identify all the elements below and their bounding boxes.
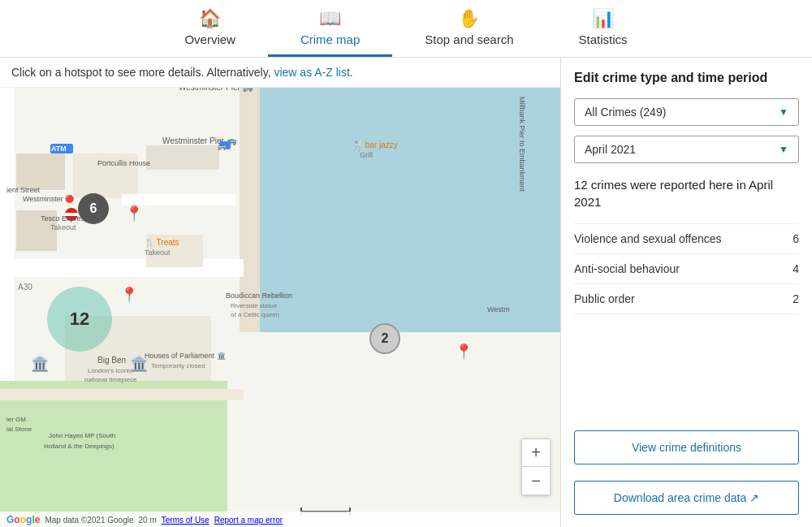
svg-rect-4 [0, 259, 244, 277]
chart-icon: 📊 [592, 8, 614, 29]
hotspot-12[interactable]: 12 [47, 287, 112, 352]
svg-text:John Hayes MP (South: John Hayes MP (South [49, 432, 115, 439]
svg-text:Westm: Westm [487, 305, 510, 313]
crime-type-value: All Crimes (249) [585, 106, 666, 119]
main-nav: 🏠 Overview 📖 Crime map ✋ Stop and search… [0, 0, 812, 58]
hotspot-2[interactable]: 2 [369, 323, 400, 354]
crime-summary: 12 crimes were reported here in April 20… [574, 176, 799, 210]
hotspot-2-count: 2 [382, 331, 389, 346]
view-definitions-button[interactable]: View crime definitions [574, 430, 799, 464]
svg-text:Temporarily closed: Temporarily closed [151, 362, 205, 369]
map-instruction-text: Click on a hotspot to see more details. … [11, 66, 271, 79]
download-data-button[interactable]: Download area crime data ↗ [574, 481, 799, 515]
google-logo: Google [6, 514, 40, 525]
svg-text:ial Stone: ial Stone [6, 425, 32, 433]
svg-text:of a Celtic queen: of a Celtic queen [231, 311, 279, 318]
svg-text:Takeout: Takeout [145, 248, 171, 257]
svg-text:Boudiccan Rebellion: Boudiccan Rebellion [226, 292, 292, 300]
map-container[interactable]: Westminster Pier 🚌 Westminster Pier 🚌 🍴 … [0, 88, 560, 527]
main-content: Click on a hotspot to see more details. … [0, 58, 812, 527]
svg-text:Takeout: Takeout [50, 223, 76, 231]
svg-text:🚌: 🚌 [218, 141, 227, 151]
svg-text:🍴: 🍴 [351, 139, 365, 153]
svg-text:📍: 📍 [455, 343, 473, 361]
home-icon: 🏠 [199, 8, 221, 29]
nav-statistics-label: Statistics [579, 32, 628, 46]
crime-row-violence: Violence and sexual offences 6 [574, 223, 799, 254]
hotspot-6-count: 6 [90, 201, 97, 216]
az-list-link[interactable]: view as A-Z list. [274, 66, 352, 79]
time-period-arrow-icon: ▼ [779, 144, 788, 155]
nav-statistics[interactable]: 📊 Statistics [546, 0, 660, 57]
svg-text:Holland & the Deepings): Holland & the Deepings) [44, 443, 114, 450]
crime-type-arrow-icon: ▼ [779, 106, 788, 118]
crime-row-publicorder: Public order 2 [574, 284, 799, 314]
time-period-value: April 2021 [585, 143, 636, 156]
terms-link[interactable]: Terms of Use [162, 516, 209, 525]
crime-row-antisocial: Anti-social behaviour 4 [574, 254, 799, 284]
svg-rect-12 [0, 389, 244, 400]
svg-text:📍: 📍 [120, 286, 139, 304]
svg-text:ATM: ATM [51, 145, 67, 153]
nav-stop-search[interactable]: ✋ Stop and search [392, 0, 546, 57]
svg-text:📍: 📍 [125, 205, 144, 222]
map-copyright: Map data ©2021 Google [45, 516, 133, 525]
nav-crime-map-label: Crime map [300, 32, 360, 46]
crime-type-violence: Violence and sexual offences [574, 232, 722, 245]
crime-type-publicorder: Public order [574, 292, 635, 305]
svg-rect-8 [146, 145, 219, 170]
crime-breakdown: Violence and sexual offences 6 Anti-soci… [574, 223, 799, 314]
svg-text:Houses of Parliament 🏛️: Houses of Parliament 🏛️ [145, 351, 227, 361]
crime-type-dropdown[interactable]: All Crimes (249) ▼ [574, 98, 799, 126]
nav-overview[interactable]: 🏠 Overview [152, 0, 268, 57]
crime-count-antisocial: 4 [793, 262, 799, 275]
zoom-out-button[interactable]: − [522, 467, 550, 495]
crime-count-publicorder: 2 [793, 292, 799, 305]
map-area: Click on a hotspot to see more details. … [0, 58, 560, 527]
map-instruction-bar: Click on a hotspot to see more details. … [0, 58, 560, 88]
nav-stop-search-label: Stop and search [425, 32, 513, 46]
map-scale: 20 m [139, 516, 157, 525]
nav-crime-map[interactable]: 📖 Crime map [268, 0, 392, 57]
hotspot-12-count: 12 [70, 309, 89, 330]
nav-overview-label: Overview [184, 32, 235, 46]
right-panel: Edit crime type and time period All Crim… [560, 58, 812, 527]
zoom-controls: + − [521, 438, 551, 495]
map-footer: Google Map data ©2021 Google 20 m Terms … [0, 512, 560, 527]
svg-text:London's iconic: London's iconic [88, 367, 132, 374]
svg-text:Portcullis House: Portcullis House [97, 159, 150, 167]
report-link[interactable]: Report a map error [214, 516, 283, 525]
svg-text:🏛️: 🏛️ [130, 355, 149, 373]
svg-text:A30: A30 [18, 283, 32, 292]
svg-text:national timepiece: national timepiece [84, 376, 137, 383]
svg-rect-6 [16, 153, 65, 190]
time-period-dropdown[interactable]: April 2021 ▼ [574, 136, 799, 163]
zoom-in-button[interactable]: + [522, 439, 550, 467]
svg-text:Westminster 🔴: Westminster 🔴 [23, 194, 75, 204]
crime-type-antisocial: Anti-social behaviour [574, 262, 680, 275]
svg-text:ient Street: ient Street [6, 186, 41, 194]
svg-text:🏛️: 🏛️ [31, 355, 50, 373]
hand-icon: ✋ [458, 8, 480, 29]
svg-text:🍴 Treats: 🍴 Treats [145, 237, 179, 248]
svg-text:Riverside statue: Riverside statue [231, 302, 278, 309]
hotspot-6[interactable]: 6 [78, 193, 109, 224]
svg-rect-1 [252, 88, 560, 332]
panel-title: Edit crime type and time period [574, 71, 799, 85]
crime-count-violence: 6 [793, 232, 799, 245]
svg-rect-5 [0, 381, 227, 527]
book-icon: 📖 [319, 8, 341, 29]
svg-text:ier GM: ier GM [6, 416, 26, 423]
svg-text:Grill: Grill [360, 151, 373, 159]
svg-rect-13 [122, 194, 235, 205]
svg-text:Big Ben: Big Ben [97, 356, 126, 365]
svg-text:Millbank Pier to Embankment: Millbank Pier to Embankment [518, 97, 526, 192]
